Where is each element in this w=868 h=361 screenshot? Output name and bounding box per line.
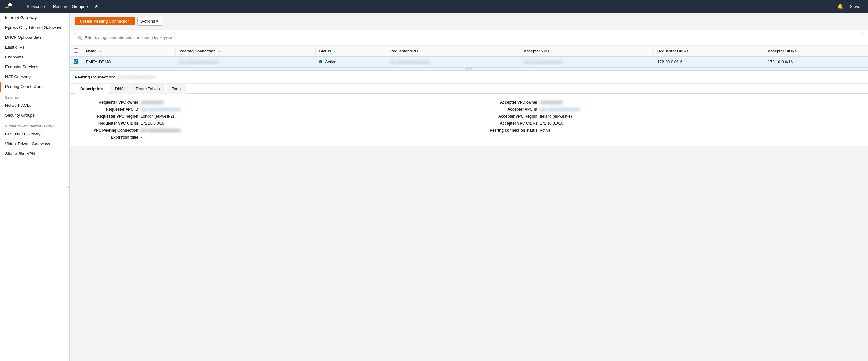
services-chevron-icon: ▾ bbox=[44, 5, 45, 8]
accepter-vpc-owner-value: xxxxxxxxxxxx bbox=[540, 100, 563, 105]
row-accepter-cidrs: 172.10.0.0/16 bbox=[764, 57, 868, 67]
accepter-vpc-id-row: Accepter VPC ID vpc-xxxxxxxxxxxxxxxxx bbox=[474, 106, 863, 113]
peering-connection-status-value: Active bbox=[540, 128, 551, 133]
requester-vpc-cidrs-value: 172.20.0.0/16 bbox=[141, 121, 164, 126]
user-menu[interactable]: Steve bbox=[847, 4, 863, 9]
accepter-vpc-cidrs-value: 172.10.0.0/16 bbox=[540, 121, 563, 126]
tab-tags[interactable]: Tags bbox=[166, 84, 186, 94]
requester-vpc-owner-label: Requester VPC owner bbox=[75, 100, 138, 105]
requester-vpc-region-label: Requester VPC Region bbox=[75, 114, 138, 118]
requester-vpc-owner-row: Requester VPC owner xxxxxxxxxxxx bbox=[75, 99, 464, 106]
sidebar-item-internet-gateways[interactable]: Internet Gateways bbox=[0, 13, 69, 23]
desc-left-column: Requester VPC owner xxxxxxxxxxxx Request… bbox=[70, 99, 469, 141]
accepter-vpc-id-value[interactable]: vpc-xxxxxxxxxxxxxxxxx bbox=[540, 107, 580, 112]
expiration-time-row: Expiration time - bbox=[75, 134, 464, 141]
aws-logo[interactable]: aws bbox=[5, 3, 18, 10]
row-peering-connection: pcx-xxxxxxxxxxxxxxxxx bbox=[176, 57, 315, 67]
sidebar-label-peering-connections: Peering Connections bbox=[5, 84, 43, 89]
vpn-section-header: Virtual Private Network (VPN) bbox=[0, 120, 69, 129]
desc-right-column: Accepter VPC owner xxxxxxxxxxxx Accepter… bbox=[469, 99, 868, 141]
resource-groups-label: Resource Groups bbox=[53, 4, 85, 9]
vpc-peering-connection-value: pcx-xxxxxxxxxxxxxxxxx bbox=[141, 128, 181, 133]
peering-connections-table: Name ▲ Peering Connection ▲ Status ▼ Req… bbox=[70, 46, 868, 67]
sidebar-item-network-acls[interactable]: Network ACLs bbox=[0, 101, 69, 110]
accepter-vpc-region-value: Ireland (eu-west-1) bbox=[540, 114, 572, 118]
requester-vpc-cidrs-row: Requester VPC CIDRs 172.20.0.0/16 bbox=[75, 120, 464, 127]
detail-tabs: Description DNS Route Tables Tags bbox=[70, 84, 868, 94]
search-bar: 🔍 bbox=[70, 30, 868, 46]
notifications-bell-icon[interactable]: 🔔 bbox=[833, 3, 847, 9]
main-content: Create Peering Connection Actions ▾ 🔍 bbox=[70, 13, 868, 361]
accepter-vpc-owner-label: Accepter VPC owner bbox=[474, 100, 537, 105]
requester-vpc-region-row: Requester VPC Region London (eu-west-2) bbox=[75, 113, 464, 120]
security-section-header: Security bbox=[0, 91, 69, 101]
select-all-checkbox[interactable] bbox=[73, 48, 78, 53]
resource-groups-chevron-icon: ▾ bbox=[87, 5, 88, 8]
sidebar-item-egress-only[interactable]: Egress Only Internet Gateways bbox=[0, 23, 69, 32]
create-peering-connection-button[interactable]: Create Peering Connection bbox=[75, 17, 135, 25]
sidebar-label-site-to-site-vpn: Site-to-Site VPN bbox=[5, 151, 35, 156]
sidebar-item-elastic-ips[interactable]: Elastic IPs bbox=[0, 42, 69, 52]
svg-text:aws: aws bbox=[6, 6, 10, 8]
sidebar-item-nat-gateways[interactable]: NAT Gateways bbox=[0, 72, 69, 82]
actions-label: Actions bbox=[142, 19, 155, 24]
peering-sort-icon: ▲ bbox=[218, 50, 221, 53]
resource-groups-nav[interactable]: Resource Groups ▾ bbox=[49, 0, 92, 13]
col-header-accepter-cidrs[interactable]: Accepter CIDRs bbox=[764, 46, 868, 57]
detail-label: Peering Connection: bbox=[75, 75, 115, 79]
sidebar: ◀ Internet Gateways Egress Only Internet… bbox=[0, 13, 70, 361]
favorites-nav[interactable]: ★ bbox=[92, 0, 101, 13]
actions-button[interactable]: Actions ▾ bbox=[137, 17, 163, 26]
sidebar-label-internet-gateways: Internet Gateways bbox=[5, 15, 39, 20]
top-nav: aws Services ▾ Resource Groups ▾ ★ 🔔 Ste… bbox=[0, 0, 868, 13]
search-wrapper: 🔍 bbox=[75, 33, 863, 42]
tab-route-tables[interactable]: Route Tables bbox=[130, 84, 165, 94]
expiration-time-label: Expiration time bbox=[75, 135, 138, 139]
tab-description[interactable]: Description bbox=[75, 84, 108, 94]
requester-vpc-region-value: London (eu-west-2) bbox=[141, 114, 174, 118]
sidebar-item-peering-connections[interactable]: Peering Connections bbox=[0, 82, 69, 91]
requester-vpc-id-value[interactable]: vpc-xxxxxxxxxxxxxxxxx bbox=[141, 107, 181, 112]
search-input[interactable] bbox=[75, 33, 863, 42]
col-header-accepter-vpc[interactable]: Accepter VPC bbox=[520, 46, 653, 57]
sidebar-collapse-button[interactable]: ◀ bbox=[66, 180, 70, 193]
sidebar-label-nat-gateways: NAT Gateways bbox=[5, 74, 32, 79]
accepter-vpc-region-label: Accepter VPC Region bbox=[474, 114, 537, 118]
detail-header: Peering Connection: pcx-xxxxxxxxxxxxxxxx… bbox=[70, 71, 868, 84]
accepter-vpc-cidrs-row: Accepter VPC CIDRs 172.10.0.0/16 bbox=[474, 120, 863, 127]
sidebar-item-dhcp[interactable]: DHCP Options Sets bbox=[0, 32, 69, 42]
sidebar-item-customer-gateways[interactable]: Customer Gateways bbox=[0, 129, 69, 139]
table-row[interactable]: EMEA-DEMO pcx-xxxxxxxxxxxxxxxxx Active v… bbox=[70, 57, 868, 67]
accepter-vpc-id-label: Accepter VPC ID bbox=[474, 107, 537, 112]
row-checkbox[interactable] bbox=[73, 59, 78, 63]
sidebar-item-endpoint-services[interactable]: Endpoint Services bbox=[0, 62, 69, 72]
col-header-requester-vpc[interactable]: Requester VPC bbox=[386, 46, 520, 57]
sidebar-label-virtual-private-gateways: Virtual Private Gateways bbox=[5, 141, 50, 146]
description-content: Requester VPC owner xxxxxxxxxxxx Request… bbox=[70, 94, 868, 146]
name-sort-icon: ▲ bbox=[99, 50, 102, 53]
services-nav[interactable]: Services ▾ bbox=[23, 0, 49, 13]
requester-vpc-id-label: Requester VPC ID bbox=[75, 107, 138, 112]
sidebar-item-endpoints[interactable]: Endpoints bbox=[0, 52, 69, 62]
sidebar-item-site-to-site-vpn[interactable]: Site-to-Site VPN bbox=[0, 149, 69, 159]
detail-connection-id: pcx-xxxxxxxxxxxxxxxxx bbox=[117, 75, 156, 79]
col-header-name[interactable]: Name ▲ bbox=[82, 46, 176, 57]
col-header-peering-connection[interactable]: Peering Connection ▲ bbox=[176, 46, 315, 57]
sidebar-item-virtual-private-gateways[interactable]: Virtual Private Gateways bbox=[0, 139, 69, 149]
resize-handle[interactable] bbox=[70, 68, 868, 70]
col-header-requester-cidrs[interactable]: Requester CIDRs bbox=[653, 46, 764, 57]
col-header-status[interactable]: Status ▼ bbox=[315, 46, 386, 57]
status-sort-icon: ▼ bbox=[334, 50, 337, 53]
sidebar-label-network-acls: Network ACLs bbox=[5, 103, 31, 108]
tab-dns[interactable]: DNS bbox=[110, 84, 129, 94]
actions-chevron-icon: ▾ bbox=[156, 19, 158, 24]
toolbar: Create Peering Connection Actions ▾ bbox=[70, 13, 868, 30]
sidebar-item-security-groups[interactable]: Security Groups bbox=[0, 110, 69, 120]
row-requester-cidrs: 172.20.0.0/16 bbox=[653, 57, 764, 67]
main-layout: ◀ Internet Gateways Egress Only Internet… bbox=[0, 13, 868, 361]
sidebar-label-endpoint-services: Endpoint Services bbox=[5, 64, 38, 69]
requester-vpc-cidrs-label: Requester VPC CIDRs bbox=[75, 121, 138, 126]
detail-panel: Peering Connection: pcx-xxxxxxxxxxxxxxxx… bbox=[70, 70, 868, 146]
row-accepter-vpc: vpc-xxxxxxxxxxxxxxxxx bbox=[520, 57, 653, 67]
search-icon: 🔍 bbox=[78, 35, 83, 40]
